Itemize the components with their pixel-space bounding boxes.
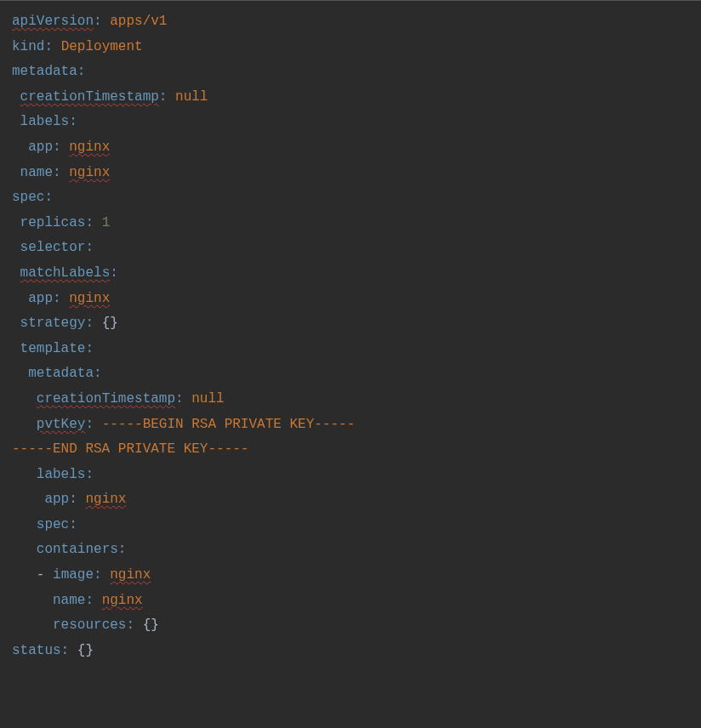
yaml-line: resources: {}	[12, 617, 159, 633]
yaml-line: labels:	[12, 114, 77, 129]
yaml-value: nginx	[110, 567, 151, 583]
yaml-key: matchLabels	[20, 265, 111, 281]
yaml-value: {}	[77, 643, 94, 658]
yaml-key: spec	[37, 517, 69, 532]
yaml-line: apiVersion: apps/v1	[12, 14, 167, 29]
yaml-key: status	[12, 643, 61, 658]
yaml-value: null	[175, 89, 208, 105]
yaml-line: metadata:	[12, 64, 85, 79]
yaml-value: -----BEGIN RSA PRIVATE KEY-----	[102, 417, 356, 432]
yaml-line: replicas: 1	[12, 215, 110, 230]
yaml-line: app: nginx	[12, 139, 110, 155]
yaml-value: {}	[102, 316, 118, 331]
yaml-key: resources	[53, 617, 126, 633]
yaml-code-block[interactable]: apiVersion: apps/v1 kind: Deployment met…	[0, 1, 701, 672]
yaml-line: selector:	[12, 240, 94, 255]
yaml-value: nginx	[69, 139, 110, 155]
yaml-value: {}	[143, 617, 159, 633]
yaml-line: metadata:	[12, 366, 102, 381]
yaml-value: nginx	[69, 291, 110, 306]
yaml-value: null	[191, 391, 224, 407]
yaml-key: creationTimestamp	[20, 89, 159, 105]
yaml-line: creationTimestamp: null	[12, 391, 225, 407]
yaml-line: creationTimestamp: null	[12, 89, 208, 105]
yaml-line: -----END RSA PRIVATE KEY-----	[12, 441, 248, 457]
yaml-key: labels	[20, 114, 70, 129]
yaml-key: metadata	[12, 64, 77, 79]
yaml-line: strategy: {}	[12, 316, 118, 331]
yaml-value: nginx	[102, 593, 143, 608]
yaml-value: apps/v1	[110, 14, 167, 29]
yaml-value: -----END RSA PRIVATE KEY-----	[12, 441, 248, 457]
yaml-key: labels	[37, 467, 86, 482]
yaml-key: app	[28, 139, 53, 155]
yaml-value: nginx	[85, 492, 126, 507]
yaml-line: kind: Deployment	[12, 39, 143, 54]
yaml-key: name	[53, 593, 85, 608]
yaml-key: app	[44, 492, 69, 507]
yaml-line: matchLabels:	[12, 265, 118, 281]
yaml-key: template	[20, 341, 86, 356]
yaml-line: app: nginx	[12, 291, 110, 306]
yaml-key: app	[28, 291, 53, 306]
yaml-line: containers:	[12, 542, 126, 557]
yaml-line: pvtKey: -----BEGIN RSA PRIVATE KEY-----	[12, 417, 355, 432]
yaml-line: spec:	[12, 517, 77, 532]
yaml-key: strategy	[20, 316, 86, 331]
yaml-value: nginx	[69, 165, 110, 180]
yaml-key: kind	[12, 39, 44, 54]
yaml-key: pvtKey	[37, 417, 86, 432]
yaml-dash: -	[37, 567, 45, 583]
yaml-line: - image: nginx	[12, 567, 151, 583]
yaml-key: spec	[12, 190, 44, 205]
yaml-key: image	[53, 567, 94, 583]
yaml-key: creationTimestamp	[37, 391, 175, 407]
yaml-line: template:	[12, 341, 94, 356]
yaml-line: labels:	[12, 467, 94, 482]
yaml-line: name: nginx	[12, 165, 110, 180]
yaml-line: app: nginx	[12, 492, 126, 507]
yaml-key: name	[20, 165, 53, 180]
yaml-key: metadata	[28, 366, 94, 381]
yaml-value: Deployment	[61, 39, 143, 54]
yaml-line: spec:	[12, 190, 53, 205]
yaml-key: containers	[37, 542, 118, 557]
yaml-value: 1	[102, 215, 111, 230]
yaml-line: status: {}	[12, 643, 94, 658]
yaml-key: apiVersion	[12, 14, 94, 29]
yaml-key: selector	[20, 240, 86, 255]
yaml-line: name: nginx	[12, 593, 143, 608]
yaml-key: replicas	[20, 215, 86, 230]
